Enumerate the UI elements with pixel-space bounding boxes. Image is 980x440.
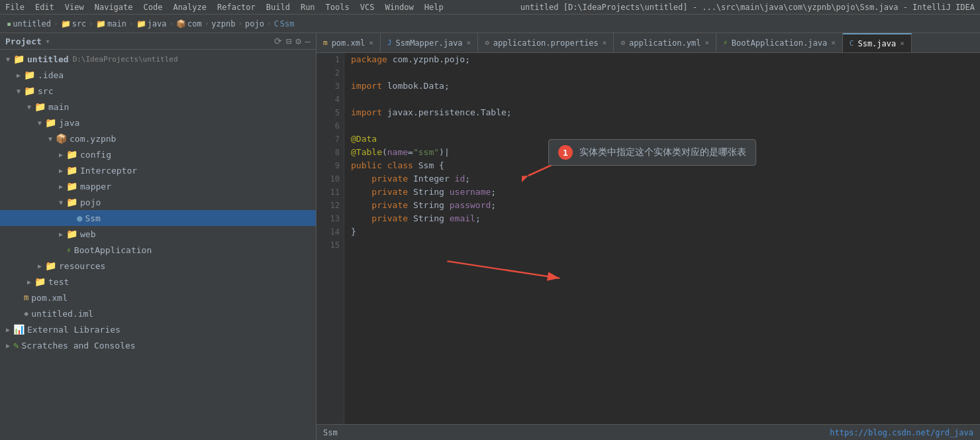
iml-icon: ◆ [24, 309, 28, 318]
line-num-14: 14 [317, 225, 340, 239]
tab-bootapp[interactable]: ⚡ BootApplication.java × [716, 33, 843, 52]
tree-item-bootapplication[interactable]: ▶ ⚡ BootApplication [0, 242, 316, 258]
tab-app-properties[interactable]: ⚙ application.properties × [478, 33, 614, 52]
app-properties-close[interactable]: × [603, 38, 607, 47]
tree-item-iml[interactable]: ▶ ◆ untitled.iml [0, 305, 316, 321]
code-line-3: import lombok.Data; [351, 80, 973, 93]
tree-item-test[interactable]: ▶ 📁 test [0, 274, 316, 290]
breadcrumb-src[interactable]: 📁 src [61, 19, 87, 28]
line-num-1: 1 [317, 53, 340, 66]
line-num-12: 12 [317, 199, 340, 212]
minimize-icon[interactable]: – [305, 36, 311, 46]
extlibs-icon: 📊 [13, 324, 24, 335]
menu-help[interactable]: Help [424, 3, 444, 12]
tree-item-extlibs[interactable]: ▶ 📊 External Libraries [0, 321, 316, 337]
menu-view[interactable]: View [65, 3, 84, 12]
tree-item-pojo[interactable]: ▼ 📁 pojo [0, 194, 316, 210]
menu-run[interactable]: Run [301, 3, 315, 12]
annotation-bubble: 1 实体类中指定这个实体类对应的是哪张表 [548, 139, 756, 166]
tree-item-scratches[interactable]: ▶ ✎ Scratches and Consoles [0, 337, 316, 353]
tree-arrow: ▼ [34, 117, 45, 128]
tree-arrow: ▶ [56, 149, 66, 160]
gear-icon[interactable]: ⚙ [295, 36, 301, 46]
tab-ssmmapper[interactable]: J SsmMapper.java × [381, 33, 478, 52]
sidebar-header: Project ▾ ⟳ ⊟ ⚙ – [0, 33, 316, 50]
breadcrumb-pojo[interactable]: pojo [245, 19, 264, 28]
folder-icon: 📁 [61, 19, 71, 28]
tree-label-main: main [48, 102, 69, 112]
breadcrumb-com[interactable]: 📦 com [176, 19, 202, 28]
tree-item-ssm[interactable]: ▶ ● Ssm [0, 210, 316, 226]
code-area[interactable]: package com.yzpnb.pojo; import lombok.Da… [344, 53, 980, 424]
menu-code[interactable]: Code [144, 3, 163, 12]
menu-vcs[interactable]: VCS [360, 3, 375, 12]
tree-item-src[interactable]: ▼ 📁 src [0, 83, 316, 99]
tree-item-pom[interactable]: ▶ m pom.xml [0, 290, 316, 305]
bootapp-tab-close[interactable]: × [831, 38, 836, 47]
tab-ssm[interactable]: C Ssm.java × [843, 33, 912, 52]
status-blog-link[interactable]: https://blog.csdn.net/grd_java [830, 428, 973, 437]
tree-label-web: web [80, 229, 95, 239]
tree-label-java: java [59, 118, 79, 128]
tree-item-untitled[interactable]: ▼ 📁 untitled D:\IdeaProjects\untitled [0, 51, 316, 67]
pojo-folder-icon: 📁 [66, 197, 77, 207]
tab-pom[interactable]: m pom.xml × [317, 33, 381, 52]
breadcrumb-java[interactable]: 📁 java [136, 19, 167, 28]
sidebar-header-icons: ⟳ ⊟ ⚙ – [274, 36, 311, 46]
ssmmapper-tab-close[interactable]: × [467, 38, 471, 47]
tree-label-test: test [48, 277, 69, 287]
tree-label-ssm: Ssm [85, 213, 100, 223]
tree-arrow: ▶ [56, 181, 66, 192]
line-num-9: 9 [317, 159, 340, 172]
menu-edit[interactable]: Edit [35, 3, 54, 12]
annotation-text: 实体类中指定这个实体类对应的是哪张表 [579, 146, 746, 158]
menu-analyze[interactable]: Analyze [173, 3, 207, 12]
menu-window[interactable]: Window [385, 3, 413, 12]
status-bar: Ssm https://blog.csdn.net/grd_java [317, 424, 980, 440]
breadcrumb-ssm[interactable]: C Ssm [274, 19, 295, 28]
line-numbers: 1 2 3 4 5 6 7 8 9 10 11 12 13 14 15 [317, 53, 344, 424]
menu-navigate[interactable]: Navigate [95, 3, 133, 12]
collapse-icon[interactable]: ⊟ [286, 36, 291, 46]
menu-bar: File Edit View Navigate Code Analyze Ref… [0, 0, 980, 15]
pom-tab-close[interactable]: × [369, 38, 373, 47]
project-icon: ▪ [7, 19, 11, 28]
code-line-1: package com.yzpnb.pojo; [351, 53, 973, 66]
tree-arrow: ▶ [56, 229, 66, 239]
app-yml-close[interactable]: × [705, 38, 709, 47]
breadcrumb-main[interactable]: 📁 main [96, 19, 126, 28]
tree-label-pojo: pojo [80, 197, 101, 207]
menu-build[interactable]: Build [266, 3, 290, 12]
tree-label-comyzpnb: com.yzpnb [70, 134, 116, 144]
app-yml-label: application.yml [629, 38, 701, 48]
breadcrumb-untitled[interactable]: ▪ untitled [7, 19, 51, 28]
class-icon: C [274, 19, 279, 28]
tree-item-resources[interactable]: ▶ 📁 resources [0, 258, 316, 274]
line-num-4: 4 [317, 93, 340, 106]
tree-arrow: ▶ [3, 324, 13, 335]
editor-area: m pom.xml × J SsmMapper.java × ⚙ applica… [317, 33, 980, 440]
tree-item-main[interactable]: ▼ 📁 main [0, 99, 316, 115]
tree-item-interceptor[interactable]: ▶ 📁 Interceptor [0, 162, 316, 178]
breadcrumb-yzpnb[interactable]: yzpnb [211, 19, 235, 28]
project-folder-icon: 📁 [13, 54, 24, 64]
pom-tab-label: pom.xml [332, 38, 366, 48]
menu-file[interactable]: File [5, 3, 24, 12]
sidebar-tree: ▼ 📁 untitled D:\IdeaProjects\untitled ▶ … [0, 50, 316, 440]
line-num-11: 11 [317, 186, 340, 199]
tree-item-config[interactable]: ▶ 📁 config [0, 146, 316, 162]
ssm-tab-close[interactable]: × [900, 39, 905, 48]
menu-refactor[interactable]: Refactor [217, 3, 256, 12]
tree-item-java[interactable]: ▼ 📁 java [0, 115, 316, 131]
sidebar-dropdown-arrow[interactable]: ▾ [46, 37, 50, 46]
tab-app-yml[interactable]: ⚙ application.yml × [614, 33, 716, 52]
tree-arrow: ▶ [56, 165, 66, 176]
tree-item-web[interactable]: ▶ 📁 web [0, 226, 316, 242]
tree-item-com-yzpnb[interactable]: ▼ 📦 com.yzpnb [0, 131, 316, 146]
menu-tools[interactable]: Tools [326, 3, 350, 12]
tree-item-mapper[interactable]: ▶ 📁 mapper [0, 178, 316, 194]
sidebar-title: Project [5, 36, 42, 46]
line-num-2: 2 [317, 66, 340, 80]
sync-icon[interactable]: ⟳ [274, 36, 282, 46]
tree-item-idea[interactable]: ▶ 📁 .idea [0, 67, 316, 83]
